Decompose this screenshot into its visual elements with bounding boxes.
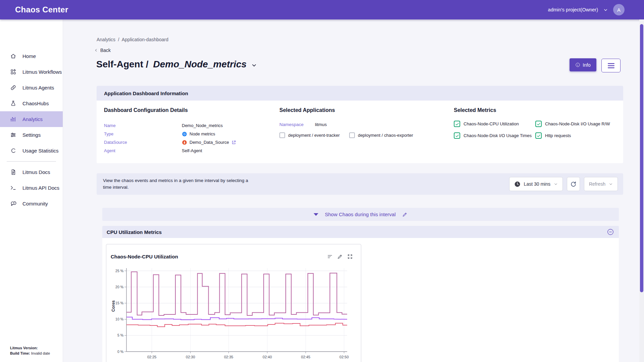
breadcrumb: Analytics / Application-dashboard bbox=[97, 37, 168, 42]
metric-http-requests[interactable]: Http requests bbox=[535, 132, 610, 139]
version-info: Litmus Version: Build Time: Invalid date bbox=[10, 345, 50, 356]
litmus-version-label: Litmus Version: bbox=[10, 346, 38, 350]
checkbox-checked[interactable] bbox=[535, 132, 542, 139]
sidebar-divider bbox=[7, 161, 56, 162]
cpu-utilization-chart[interactable]: 25 %20 %15 %10 %5 %0 %02:2502:3002:3502:… bbox=[111, 251, 359, 362]
title-dashboard-name: Demo_Node_metrics bbox=[153, 59, 247, 70]
checkbox-unchecked[interactable] bbox=[349, 132, 355, 138]
datasource-label: DataSource bbox=[104, 140, 182, 145]
show-chaos-label[interactable]: Show Chaos during this interval bbox=[325, 212, 396, 217]
info-icon bbox=[575, 62, 580, 67]
namespace-value: litmus bbox=[315, 122, 327, 127]
config-row-datasource: DataSource Demo_Data_Source bbox=[104, 138, 236, 146]
selected-applications: Selected Applications Namespace litmus d… bbox=[279, 107, 413, 138]
name-label: Name bbox=[104, 123, 182, 128]
y-tick-label: 25 % bbox=[115, 269, 123, 273]
collapse-section-button[interactable] bbox=[607, 228, 614, 236]
project-selector-label[interactable]: admin's project(Owner) bbox=[548, 7, 598, 12]
chart-series-1 bbox=[126, 272, 347, 315]
chevron-left-icon bbox=[94, 48, 98, 52]
checkbox-chaos-exporter[interactable]: deployment / chaos-exporter bbox=[349, 132, 413, 138]
info-button[interactable]: Info bbox=[570, 58, 596, 71]
sidebar-item-litmus-workflows[interactable]: Litmus Workflows bbox=[0, 64, 63, 80]
home-icon bbox=[10, 53, 16, 59]
x-tick-label: 02:45 bbox=[301, 355, 311, 359]
chart-series-3 bbox=[126, 323, 347, 327]
dashboard-menu-button[interactable] bbox=[601, 59, 621, 72]
chart-edit-pencil-icon[interactable] bbox=[337, 254, 343, 259]
refresh-button[interactable] bbox=[567, 177, 580, 191]
chevron-down-icon[interactable] bbox=[603, 8, 608, 12]
usage-icon bbox=[10, 147, 16, 154]
refresh-rate-value: Refresh bbox=[589, 181, 605, 187]
chart-toolbar bbox=[327, 254, 353, 259]
chart-menu-icon[interactable] bbox=[327, 254, 333, 259]
build-time-label: Build Time: bbox=[10, 351, 30, 355]
cpu-section-title: CPU Utilization Metrics bbox=[107, 229, 162, 235]
metric-disk-io-times[interactable]: Chaos-Node-Disk I/O Usage Times bbox=[454, 132, 535, 139]
breadcrumb-analytics[interactable]: Analytics bbox=[97, 37, 115, 42]
cpu-utilization-section-header: CPU Utilization Metrics bbox=[102, 226, 619, 238]
checkbox-unchecked[interactable] bbox=[279, 132, 285, 138]
time-range-select[interactable]: Last 30 mins bbox=[509, 177, 563, 191]
y-tick-label: 0 % bbox=[117, 350, 123, 354]
time-range-value: Last 30 mins bbox=[524, 181, 550, 187]
config-row-name: Name Demo_Node_metrics bbox=[104, 121, 236, 130]
edit-pencil-icon[interactable] bbox=[402, 212, 408, 217]
scrollbar-track[interactable] bbox=[639, 19, 644, 362]
y-axis-title: Cores bbox=[111, 300, 116, 312]
chat-icon bbox=[10, 200, 16, 207]
sidebar-item-litmus-agents[interactable]: Litmus Agents bbox=[0, 80, 63, 96]
analytics-icon bbox=[10, 116, 16, 122]
sidebar-item-home[interactable]: Home bbox=[0, 48, 63, 64]
config-details-title: Dashboard Configuration Details bbox=[104, 107, 236, 113]
metric-cpu-utilization[interactable]: Chaos-Node-CPU Utilization bbox=[454, 121, 535, 127]
show-chaos-toggle-row[interactable]: Show Chaos during this interval bbox=[102, 208, 619, 221]
namespace-label: Namespace bbox=[279, 122, 304, 127]
config-row-agent: Agent Self-Agent bbox=[104, 146, 236, 155]
sliders-icon bbox=[10, 132, 16, 138]
scrollbar-thumb[interactable] bbox=[640, 24, 643, 292]
type-label: Type bbox=[104, 131, 182, 136]
avatar[interactable]: A bbox=[613, 4, 625, 15]
workflows-icon bbox=[10, 69, 16, 75]
chevron-down-icon[interactable] bbox=[251, 62, 257, 68]
x-tick-label: 02:25 bbox=[147, 355, 157, 359]
metric-disk-io-rw[interactable]: Chaos-Node-Disk I/O Usage R/W bbox=[535, 121, 610, 127]
external-link-icon[interactable] bbox=[231, 140, 236, 145]
x-tick-label: 02:40 bbox=[263, 355, 272, 359]
time-interval-panel: View the chaos events and metrics in a g… bbox=[97, 173, 623, 195]
selected-applications-title: Selected Applications bbox=[279, 107, 413, 113]
back-button[interactable]: Back bbox=[94, 48, 111, 53]
chart-expand-icon[interactable] bbox=[347, 254, 353, 259]
name-value: Demo_Node_metrics bbox=[182, 123, 223, 128]
datasource-value: Demo_Data_Source bbox=[190, 140, 229, 145]
x-tick-label: 02:50 bbox=[339, 355, 349, 359]
checkbox-checked[interactable] bbox=[454, 121, 460, 127]
sidebar-item-analytics[interactable]: Analytics bbox=[0, 111, 63, 127]
sidebar-item-usage-statistics[interactable]: Usage Statistics bbox=[0, 143, 63, 159]
caret-down-icon[interactable] bbox=[314, 213, 318, 216]
sidebar-item-litmus-api-docs[interactable]: Litmus API Docs bbox=[0, 180, 63, 196]
agent-value: Self-Agent bbox=[182, 148, 202, 153]
app-header: Chaos Center admin's project(Owner) A bbox=[0, 0, 644, 19]
chevron-down-icon bbox=[609, 182, 613, 186]
breadcrumb-application-dashboard[interactable]: Application-dashboard bbox=[122, 37, 168, 42]
sidebar-item-chaoshubs[interactable]: ChaosHubs bbox=[0, 96, 63, 111]
type-value: Node metrics bbox=[190, 131, 215, 136]
clock-icon bbox=[514, 181, 521, 187]
refresh-rate-select[interactable]: Refresh bbox=[584, 177, 618, 191]
checkbox-checked[interactable] bbox=[535, 121, 542, 127]
time-interval-description: View the chaos events and metrics in a g… bbox=[103, 177, 252, 191]
agent-label: Agent bbox=[104, 148, 182, 153]
sidebar-item-community[interactable]: Community bbox=[0, 196, 63, 212]
cpu-chart-title: Chaos-Node-CPU Utilization bbox=[111, 254, 178, 259]
sidebar-item-settings[interactable]: Settings bbox=[0, 127, 63, 143]
chevron-down-icon bbox=[554, 182, 558, 186]
y-tick-label: 15 % bbox=[115, 301, 123, 305]
app-title: Chaos Center bbox=[15, 5, 68, 14]
prometheus-icon bbox=[182, 140, 187, 145]
checkbox-checked[interactable] bbox=[454, 132, 460, 139]
sidebar-item-litmus-docs[interactable]: Litmus Docs bbox=[0, 164, 63, 180]
checkbox-event-tracker[interactable]: deployment / event-tracker bbox=[279, 132, 340, 138]
